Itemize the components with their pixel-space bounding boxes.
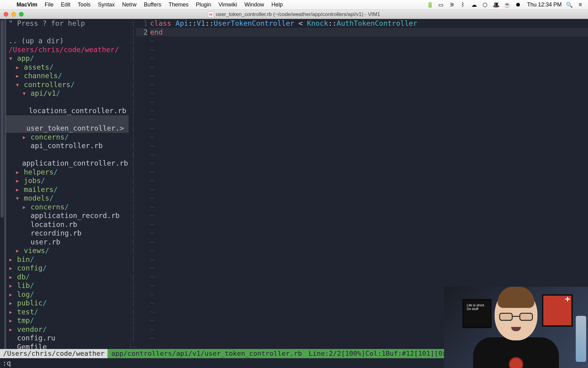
tree-file-user-rb[interactable]: user.rb [9, 238, 129, 247]
menubar-item-window[interactable]: Window [241, 2, 268, 8]
code-empty: ~ [150, 229, 588, 238]
menubar-item-vimwiki[interactable]: Vimwiki [215, 2, 241, 8]
code-empty: ~ [150, 141, 588, 150]
file-tree[interactable]: " Press ? for help .. (up a dir)/Users/c… [4, 19, 129, 349]
tree-dir-concerns[interactable]: ▸ concerns/ [9, 133, 129, 142]
code-empty: ~ [150, 255, 588, 264]
wall-lamp [576, 316, 586, 362]
tree-dir-bin[interactable]: ▸ bin/ [9, 255, 129, 264]
tree-file-location-rb[interactable]: location.rb [9, 220, 129, 229]
code-empty: ~ [150, 168, 588, 177]
tree-file-application-record-rb[interactable]: application_record.rb [9, 211, 129, 220]
menubar-item-netrw[interactable]: Netrw [119, 2, 140, 8]
tree-dir-log[interactable]: ▸ log/ [9, 290, 129, 299]
tree-dir-mailers[interactable]: ▸ mailers/ [9, 185, 129, 194]
menubar-clock[interactable]: Thu 12:34 PM [526, 2, 562, 8]
tree-file-gemfile[interactable]: Gemfile [9, 343, 129, 349]
tree-file-config-ru[interactable]: config.ru [9, 334, 129, 343]
status-cwd: /Users/chris/code/weather [0, 349, 107, 358]
netrw-scrollbar[interactable] [0, 19, 4, 349]
display-icon[interactable]: ▭ [438, 2, 444, 8]
battery-icon[interactable]: 🔋 [427, 2, 433, 8]
code-empty: ~ [150, 45, 588, 54]
netrw-blank [9, 28, 129, 37]
tree-dir-channels[interactable]: ▸ channels/ [9, 71, 129, 80]
code-empty: ~ [150, 159, 588, 168]
tree-dir-models[interactable]: ▾ models/ [9, 194, 129, 203]
code-empty: ~ [150, 124, 588, 133]
tree-dir-config[interactable]: ▸ config/ [9, 264, 129, 273]
tree-dir-controllers[interactable]: ▾ controllers/ [9, 80, 129, 89]
window-title: user_token_controller.rb (~/code/weather… [216, 11, 380, 17]
tree-dir-public[interactable]: ▸ public/ [9, 299, 129, 308]
code-empty: ~ [150, 176, 588, 185]
code-empty: ~ [150, 106, 588, 115]
code-empty: ~ [150, 98, 588, 107]
netrw-updir[interactable]: .. (up a dir) [9, 36, 129, 45]
code-empty: ~ [150, 220, 588, 229]
mac-menubar: MacVim FileEditToolsSyntaxNetrwBuffersTh… [0, 0, 588, 10]
cloud-icon[interactable]: ☁ [471, 2, 477, 8]
menubar-app-name[interactable]: MacVim [13, 2, 41, 8]
tree-dir-app[interactable]: ▾ app/ [9, 54, 129, 63]
tree-dir-assets[interactable]: ▸ assets/ [9, 63, 129, 72]
code-empty: ~ [150, 150, 588, 159]
code-empty: ~ [150, 89, 588, 98]
netrw-help: " Press ? for help [9, 19, 129, 28]
code-empty: ~ [150, 273, 588, 282]
filetype-badge-icon: rb [208, 12, 213, 17]
tree-dir-helpers[interactable]: ▸ helpers/ [9, 168, 129, 177]
menubar-item-help[interactable]: Help [268, 2, 286, 8]
code-line-2[interactable]: end [150, 28, 588, 37]
tree-file-locations-controller-rb[interactable]: locations_controller.rb [9, 98, 129, 115]
code-empty: ~ [150, 185, 588, 194]
status-file: app/controllers/api/v1/user_token_contro… [107, 349, 306, 358]
notification-center-icon[interactable]: ≡ [577, 2, 584, 8]
menubar-item-themes[interactable]: Themes [165, 2, 192, 8]
menubar-item-plugin[interactable]: Plugin [192, 2, 215, 8]
tree-file-api-controller-rb[interactable]: api_controller.rb [9, 141, 129, 150]
code-empty: ~ [150, 238, 588, 247]
code-line-1[interactable]: class Api::V1::UserTokenController < Kno… [150, 19, 588, 28]
menubar-item-buffers[interactable]: Buffers [140, 2, 165, 8]
tree-dir-views[interactable]: ▸ views/ [9, 246, 129, 255]
webcam-overlay: Life is short. Do stuff [444, 287, 588, 368]
tree-file-recording-rb[interactable]: recording.rb [9, 229, 129, 238]
tree-file-user-token-controller-[interactable]: user_token_controller.> [6, 115, 129, 133]
menubar-item-file[interactable]: File [41, 2, 57, 8]
coffee-icon[interactable]: ☕ [504, 2, 511, 8]
menubar-item-tools[interactable]: Tools [74, 2, 94, 8]
line-number: 1 [136, 19, 148, 28]
tree-dir-vendor[interactable]: ▸ vendor/ [9, 325, 129, 334]
line-number: 2 [136, 28, 148, 37]
tree-dir-test[interactable]: ▸ test/ [9, 308, 129, 316]
camera-icon[interactable]: ⏺ [515, 2, 522, 8]
code-empty: ~ [150, 133, 588, 142]
code-empty: ~ [150, 36, 588, 45]
bluetooth-icon[interactable]: ᛒ [460, 2, 466, 8]
vertical-split-divider[interactable]: ||||||||||||||||||||||||||||||||||||||~ [129, 19, 136, 349]
tree-dir-concerns[interactable]: ▸ concerns/ [9, 203, 129, 212]
menubar-item-syntax[interactable]: Syntax [94, 2, 119, 8]
wifi-icon[interactable]: ⚞ [449, 2, 455, 8]
tree-dir-api-v1[interactable]: ▾ api/v1/ [9, 89, 129, 98]
spotlight-icon[interactable]: 🔍 [566, 2, 573, 8]
netrw-cwd: /Users/chris/code/weather/ [9, 45, 129, 54]
code-empty: ~ [150, 211, 588, 220]
code-empty: ~ [150, 246, 588, 255]
presenter [473, 288, 559, 368]
line-number-gutter: 12 [136, 19, 150, 349]
tree-dir-db[interactable]: ▸ db/ [9, 273, 129, 282]
code-empty: ~ [150, 264, 588, 273]
tree-dir-jobs[interactable]: ▸ jobs/ [9, 176, 129, 185]
tree-dir-tmp[interactable]: ▸ tmp/ [9, 316, 129, 325]
hat-icon[interactable]: 🎩 [493, 2, 499, 8]
menubar-item-edit[interactable]: Edit [57, 2, 74, 8]
code-empty: ~ [150, 115, 588, 124]
tree-file-application-controller-rb[interactable]: application_controller.rb [9, 150, 129, 168]
command-text: :q [2, 359, 11, 367]
tree-dir-lib[interactable]: ▸ lib/ [9, 281, 129, 290]
window-titlebar[interactable]: rb user_token_controller.rb (~/code/weat… [0, 10, 588, 19]
code-empty: ~ [150, 194, 588, 203]
dropbox-icon[interactable]: ⬡ [482, 2, 488, 8]
